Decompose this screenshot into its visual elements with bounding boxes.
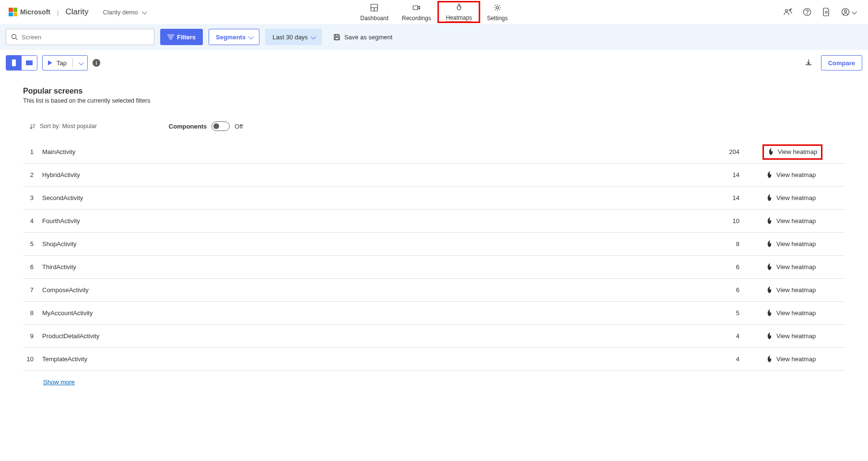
table-row: 1MainActivity204View heatmap bbox=[23, 141, 845, 164]
screen-name: FourthActivity bbox=[42, 217, 701, 225]
screen-count: 14 bbox=[701, 194, 739, 201]
microsoft-logo-icon bbox=[9, 8, 17, 16]
view-heatmap-button[interactable]: View heatmap bbox=[762, 330, 820, 343]
info-icon[interactable]: i bbox=[93, 59, 100, 67]
separator bbox=[72, 59, 73, 67]
app-header: Microsoft | Clarity Clarity demo Dashboa… bbox=[0, 0, 868, 24]
list-controls: Sort by: Most popular Components Off bbox=[23, 121, 845, 131]
tap-dropdown[interactable]: Tap bbox=[42, 55, 88, 71]
tab-label: Heatmaps bbox=[446, 14, 472, 22]
compare-button[interactable]: Compare bbox=[821, 55, 862, 71]
tablet-view-button[interactable] bbox=[22, 56, 37, 70]
tab-label: Settings bbox=[487, 15, 507, 22]
screen-count: 4 bbox=[701, 355, 739, 363]
view-heatmap-button[interactable]: View heatmap bbox=[762, 284, 820, 296]
screen-count: 5 bbox=[701, 309, 739, 317]
view-heatmap-button[interactable]: View heatmap bbox=[762, 169, 820, 181]
microsoft-logo[interactable]: Microsoft bbox=[9, 8, 50, 16]
svg-rect-21 bbox=[335, 37, 339, 40]
row-index: 10 bbox=[23, 355, 42, 363]
flame-icon bbox=[768, 148, 774, 156]
sort-dropdown[interactable]: Sort by: Most popular bbox=[30, 123, 97, 130]
sort-icon bbox=[30, 123, 36, 130]
row-action: View heatmap bbox=[739, 330, 845, 343]
view-heatmap-button[interactable]: View heatmap bbox=[762, 238, 820, 250]
tap-label: Tap bbox=[57, 59, 67, 67]
tab-dashboard[interactable]: Dashboard bbox=[353, 1, 395, 23]
components-toggle[interactable] bbox=[211, 121, 230, 131]
view-heatmap-button[interactable]: View heatmap bbox=[762, 261, 820, 273]
row-action: View heatmap bbox=[739, 261, 845, 273]
device-view-toggle bbox=[6, 55, 37, 71]
row-action: View heatmap bbox=[739, 238, 845, 250]
table-row: 2HybridActivity14View heatmap bbox=[23, 164, 845, 187]
row-action: View heatmap bbox=[739, 144, 845, 160]
view-heatmap-button[interactable]: View heatmap bbox=[762, 192, 820, 204]
view-heatmap-button[interactable]: View heatmap bbox=[762, 144, 822, 160]
screen-name: ComposeActivity bbox=[42, 286, 701, 294]
document-icon[interactable] bbox=[822, 8, 831, 16]
row-index: 1 bbox=[23, 148, 42, 155]
screen-name: HybridActivity bbox=[42, 171, 701, 178]
tab-heatmaps[interactable]: Heatmaps bbox=[438, 1, 481, 23]
row-index: 2 bbox=[23, 171, 42, 178]
view-heatmap-button[interactable]: View heatmap bbox=[762, 215, 820, 227]
row-index: 5 bbox=[23, 240, 42, 248]
product-name[interactable]: Clarity bbox=[65, 7, 88, 17]
view-heatmap-label: View heatmap bbox=[776, 309, 816, 317]
project-name: Clarity demo bbox=[103, 9, 138, 16]
view-heatmap-button[interactable]: View heatmap bbox=[762, 353, 820, 366]
gear-icon bbox=[493, 4, 501, 13]
save-segment-button[interactable]: Save as segment bbox=[333, 34, 392, 41]
help-icon[interactable] bbox=[803, 8, 811, 16]
profile-menu[interactable] bbox=[841, 8, 856, 16]
mobile-icon bbox=[12, 59, 16, 67]
flame-icon bbox=[766, 332, 773, 341]
tab-label: Dashboard bbox=[360, 15, 388, 22]
svg-point-15 bbox=[12, 35, 16, 39]
screen-count: 4 bbox=[701, 332, 739, 340]
screen-count: 6 bbox=[701, 286, 739, 294]
screen-count: 6 bbox=[701, 263, 739, 271]
chevron-down-icon bbox=[311, 34, 315, 41]
row-index: 8 bbox=[23, 309, 42, 317]
view-heatmap-label: View heatmap bbox=[776, 194, 816, 201]
flame-icon bbox=[766, 286, 773, 295]
row-action: View heatmap bbox=[739, 169, 845, 181]
search-icon bbox=[11, 34, 18, 40]
chevron-down-icon bbox=[142, 9, 146, 16]
segments-button[interactable]: Segments bbox=[209, 29, 259, 45]
row-index: 6 bbox=[23, 263, 42, 271]
table-row: 9ProductDetailActivity4View heatmap bbox=[23, 325, 845, 348]
view-heatmap-label: View heatmap bbox=[776, 240, 816, 248]
sort-label: Sort by: Most popular bbox=[40, 123, 97, 130]
row-action: View heatmap bbox=[739, 192, 845, 204]
screen-name: ShopActivity bbox=[42, 240, 701, 248]
download-button[interactable] bbox=[805, 59, 812, 68]
screen-name: MainActivity bbox=[42, 148, 701, 155]
view-heatmap-label: View heatmap bbox=[776, 332, 816, 340]
screen-search[interactable] bbox=[6, 29, 154, 45]
tab-recordings[interactable]: Recordings bbox=[395, 1, 438, 23]
table-row: 6ThirdActivity6View heatmap bbox=[23, 256, 845, 279]
tablet-icon bbox=[25, 60, 33, 66]
flame-icon bbox=[766, 240, 773, 248]
screen-search-input[interactable] bbox=[22, 34, 149, 41]
filters-button[interactable]: Filters bbox=[160, 29, 203, 45]
svg-point-6 bbox=[789, 10, 791, 11]
project-selector[interactable]: Clarity demo bbox=[103, 9, 146, 16]
screen-count: 8 bbox=[701, 240, 739, 248]
show-more-link[interactable]: Show more bbox=[43, 378, 75, 386]
mobile-view-button[interactable] bbox=[6, 56, 22, 70]
filters-label: Filters bbox=[177, 34, 196, 41]
view-heatmap-button[interactable]: View heatmap bbox=[762, 307, 820, 319]
table-row: 8MyAccountActivity5View heatmap bbox=[23, 302, 845, 325]
save-icon bbox=[333, 34, 340, 41]
grid-icon bbox=[371, 4, 378, 13]
row-index: 7 bbox=[23, 286, 42, 294]
date-range-button[interactable]: Last 30 days bbox=[265, 29, 322, 45]
chevron-down-icon bbox=[852, 9, 856, 16]
tab-settings[interactable]: Settings bbox=[480, 1, 514, 23]
flame-icon bbox=[766, 309, 773, 318]
people-icon[interactable] bbox=[784, 8, 792, 16]
